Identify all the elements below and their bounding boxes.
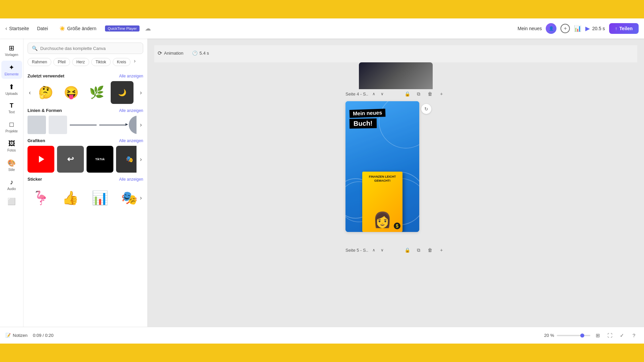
grafik-tiktok[interactable]: TikTok [87, 146, 113, 173]
zoom-area: 20 % ⊞ ⛶ ✓ ? [544, 331, 639, 340]
grid-view-button[interactable]: ⊞ [593, 331, 602, 340]
page4-expand-down[interactable]: ∨ [379, 90, 385, 98]
user-avatar[interactable]: 👤 [546, 23, 556, 34]
canvas-toolbar: ⟳ Animation 🕐 5.4 s [154, 45, 637, 62]
check-button[interactable]: ✓ [617, 331, 627, 340]
youtube-icon [31, 152, 51, 167]
emoji-plant[interactable]: 🌿 [85, 81, 108, 104]
sticker-next[interactable]: › [139, 193, 143, 203]
page4-add[interactable]: + [437, 89, 446, 99]
grafik-youtube[interactable] [28, 146, 54, 173]
time-display: 0:09 / 0:20 [33, 333, 53, 338]
sticker-1[interactable]: 🦩 [28, 184, 54, 211]
shape-rect[interactable] [49, 116, 67, 134]
grafik-other[interactable]: 🎭 [116, 146, 137, 173]
sidebar-item-vorlagen[interactable]: ⊞ Vorlagen [1, 41, 22, 59]
page5-label: Seite 5 - S.. [345, 248, 368, 253]
sidebar-item-elemente[interactable]: ✦ Elemente [1, 61, 22, 79]
page5-expand-up[interactable]: ∧ [371, 246, 377, 254]
arrow-icon: ↩ [67, 155, 74, 164]
slide-buch: Buch! [350, 119, 415, 128]
notes-button[interactable]: 📝 Notizen [5, 333, 28, 338]
recently-used-header: Zuletzt verwendet Alle anzeigen [28, 73, 143, 78]
sticker-3[interactable]: 📊 [87, 184, 113, 211]
sticker-header: Sticker Alle anzeigen [28, 177, 143, 182]
fullscreen-button[interactable]: ⛶ [605, 331, 614, 340]
cloud-save-icon[interactable]: ☁ [145, 25, 151, 32]
sticker-2[interactable]: 👍 [57, 184, 84, 211]
page4-expand-up[interactable]: ∧ [371, 90, 377, 98]
recently-used-see-all[interactable]: Alle anzeigen [119, 74, 143, 78]
recently-used-next[interactable]: › [139, 88, 143, 98]
book-cover: FINANZEN LEICHT GEMACHT! 👩 $ [349, 135, 416, 232]
back-button[interactable]: ‹ Startseite [5, 25, 29, 32]
shape-arrow-line[interactable] [99, 125, 126, 125]
sidebar-item-more[interactable]: ⬜ [1, 195, 22, 208]
page4-label: Seite 4 - S.. [345, 92, 368, 97]
uploads-label: Uploads [5, 92, 18, 96]
play-icon: ▶ [585, 25, 590, 32]
page5-duplicate[interactable]: ⧉ [414, 245, 423, 255]
sticker-items: 🦩 👍 📊 🎭 [28, 184, 137, 211]
shape-square[interactable] [28, 116, 46, 134]
sidebar-item-audio[interactable]: ♪ Audio [1, 176, 22, 193]
search-input[interactable] [40, 46, 139, 51]
elemente-icon: ✦ [9, 63, 14, 71]
shapes-next[interactable]: › [139, 120, 143, 130]
share-button[interactable]: ↑ Teilen [609, 23, 639, 34]
shapes-see-all[interactable]: Alle anzeigen [119, 108, 143, 113]
sidebar-item-uploads[interactable]: ⬆ Uploads [1, 80, 22, 98]
resize-button[interactable]: ☀️ Größe ändern [56, 24, 100, 33]
filter-more-button[interactable]: › [132, 58, 137, 66]
page5-container: Seite 5 - S.. ∧ ∨ 🔒 ⧉ 🗑 + [345, 240, 446, 257]
datei-menu[interactable]: Datei [34, 24, 51, 33]
zoom-slider[interactable] [557, 335, 590, 336]
add-collaborator-button[interactable]: + [560, 24, 570, 33]
page5-expand-down[interactable]: ∨ [379, 246, 385, 254]
filter-kreis[interactable]: Kreis [113, 58, 130, 66]
filter-pfeil[interactable]: Pfeil [53, 58, 70, 66]
page5-lock[interactable]: 🔒 [402, 245, 412, 255]
shape-line[interactable] [70, 125, 97, 125]
shape-circle[interactable] [129, 116, 137, 134]
recently-used-prev[interactable]: ‹ [28, 88, 32, 98]
page5-add[interactable]: + [437, 245, 446, 255]
filter-herz[interactable]: Herz [72, 58, 89, 66]
emoji-moon[interactable]: 🌙 [111, 81, 133, 104]
stats-icon[interactable]: 📊 [574, 25, 581, 32]
grafiken-next[interactable]: › [139, 155, 143, 164]
refresh-button[interactable]: ↻ [421, 104, 431, 114]
sticker-4[interactable]: 🎭 [116, 184, 137, 211]
filter-rahmen[interactable]: Rahmen [28, 58, 51, 66]
play-time: 20.5 s [592, 26, 605, 31]
emoji-tongue[interactable]: 😝 [60, 81, 83, 104]
zoom-thumb[interactable] [580, 334, 584, 338]
emoji-thinking[interactable]: 🤔 [34, 81, 57, 104]
search-bar[interactable]: 🔍 [28, 43, 143, 54]
sticker-see-all[interactable]: Alle anzeigen [119, 177, 143, 182]
page4-lock[interactable]: 🔒 [402, 89, 412, 99]
page4-slide[interactable]: Mein neues Buch! FINANZEN LEI [345, 101, 419, 232]
play-timer[interactable]: ▶ 20.5 s [585, 25, 605, 32]
tiktok-text: TikTok [95, 158, 105, 161]
sidebar-item-text[interactable]: T Text [1, 100, 22, 117]
help-button[interactable]: ? [629, 331, 639, 340]
page4-header: Seite 4 - S.. ∧ ∨ 🔒 ⧉ 🗑 + [345, 89, 446, 99]
shapes-header: Linien & Formen Alle anzeigen [28, 108, 143, 113]
page5-delete[interactable]: 🗑 [425, 245, 435, 255]
time-display-toolbar: 🕐 5.4 s [192, 51, 209, 56]
sidebar-item-projekte[interactable]: □ Projekte [1, 118, 22, 136]
sticker-title: Sticker [28, 177, 42, 182]
slide-mein-neues: Mein neues [350, 109, 415, 117]
sidebar-item-stile[interactable]: 🎨 Stile [1, 156, 22, 174]
grafik-arrow[interactable]: ↩ [57, 146, 84, 173]
sidebar-item-fotos[interactable]: 🖼 Fotos [1, 137, 22, 155]
animation-button[interactable]: ⟳ Animation [154, 48, 187, 58]
projekte-icon: □ [9, 121, 13, 128]
filter-tiktok[interactable]: Tiktok [91, 58, 111, 66]
page4-duplicate[interactable]: ⧉ [414, 89, 423, 99]
book-cover-inner: FINANZEN LEICHT GEMACHT! 👩 $ [362, 172, 402, 232]
grafiken-see-all[interactable]: Alle anzeigen [119, 138, 143, 143]
fotos-label: Fotos [7, 148, 16, 152]
page4-delete[interactable]: 🗑 [425, 89, 435, 99]
